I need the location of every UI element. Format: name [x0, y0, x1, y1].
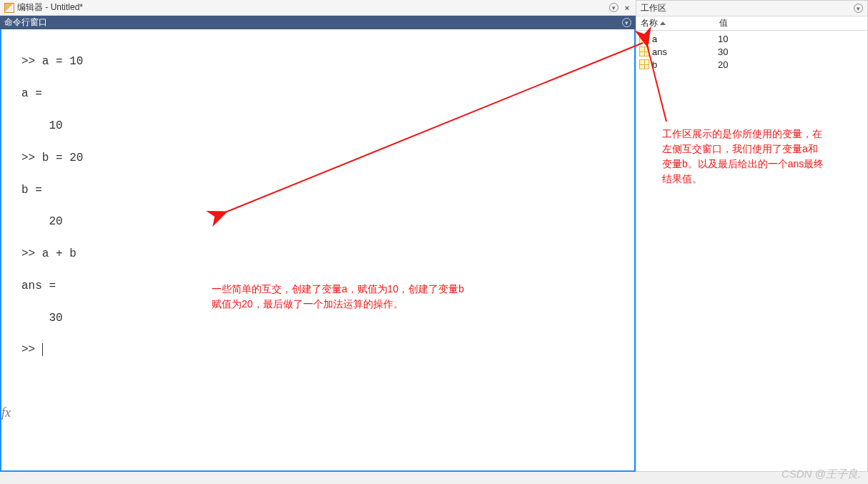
command-window-body[interactable]: >> a = 10 a = 10 >> b = 20 b = 20 >> a +…: [0, 29, 636, 472]
variable-icon: [639, 59, 649, 69]
dropdown-icon[interactable]: ▾: [854, 4, 863, 13]
sort-asc-icon: [660, 21, 666, 25]
workspace-row[interactable]: a 10: [636, 32, 867, 45]
workspace-title: 工作区: [641, 2, 666, 14]
editor-title: 编辑器 - Untitled*: [17, 1, 606, 14]
close-icon[interactable]: ×: [623, 4, 631, 12]
dropdown-icon[interactable]: ▾: [622, 18, 631, 27]
command-window-title: 命令行窗口: [4, 16, 47, 29]
command-output[interactable]: >> a = 10 a = 10 >> b = 20 b = 20 >> a +…: [21, 38, 630, 466]
workspace-row[interactable]: b 20: [636, 58, 867, 71]
workspace-row[interactable]: ans 30: [636, 45, 867, 58]
variable-name: ans: [652, 46, 714, 57]
variable-value: 20: [714, 59, 867, 70]
editor-titlebar: 编辑器 - Untitled* ▾ ×: [0, 0, 636, 16]
variable-name: a: [652, 34, 714, 44]
left-column: 编辑器 - Untitled* ▾ × 命令行窗口 ▾ >> a = 10 a …: [0, 0, 636, 472]
variable-value: 30: [714, 46, 867, 57]
workspace-col-name[interactable]: 名称: [636, 17, 715, 29]
workspace-list: a 10 ans 30 b 20: [636, 31, 867, 471]
workspace-header-row[interactable]: 名称 值: [636, 16, 867, 31]
watermark: CSDN @王子良.: [781, 468, 861, 481]
dropdown-icon[interactable]: ▾: [609, 3, 618, 12]
command-window-header: 命令行窗口 ▾: [0, 16, 636, 29]
pencil-icon: [4, 3, 14, 13]
annotation-right: 工作区展示的是你所使用的变量，在 左侧互交窗口，我们使用了变量a和 变量b。以及…: [662, 127, 824, 187]
variable-icon: [639, 46, 649, 56]
workspace-col-value[interactable]: 值: [715, 17, 867, 29]
fx-icon[interactable]: fx: [1, 405, 11, 420]
variable-value: 10: [714, 34, 867, 44]
annotation-left: 一些简单的互交，创建了变量a，赋值为10，创建了变量b 赋值为20，最后做了一个…: [212, 282, 464, 312]
variable-name: b: [652, 59, 714, 70]
command-prompt[interactable]: >>: [21, 343, 43, 356]
workspace-panel: 工作区 ▾ 名称 值 a 10 ans 30 b: [636, 0, 868, 472]
variable-icon: [639, 34, 649, 44]
workspace-titlebar: 工作区 ▾: [636, 1, 867, 16]
